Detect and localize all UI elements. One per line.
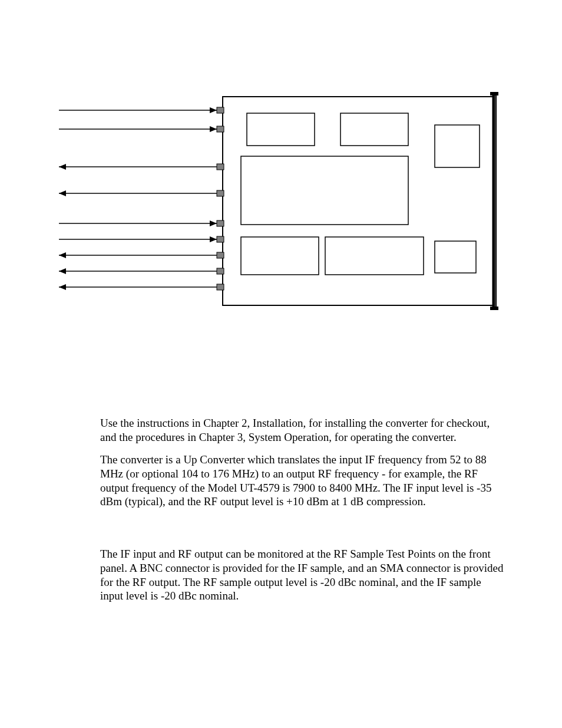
svg-marker-7 [210, 107, 217, 113]
svg-rect-3 [490, 92, 498, 95]
svg-marker-13 [59, 164, 66, 170]
svg-marker-28 [59, 268, 66, 274]
svg-marker-19 [210, 220, 217, 226]
svg-rect-37 [325, 237, 424, 275]
svg-rect-38 [435, 241, 476, 273]
svg-rect-17 [217, 220, 224, 226]
svg-rect-35 [241, 156, 408, 225]
block-diagram [59, 88, 507, 324]
svg-rect-14 [217, 190, 224, 196]
svg-rect-33 [340, 113, 408, 146]
svg-rect-23 [217, 252, 224, 258]
svg-rect-32 [247, 113, 315, 146]
svg-rect-0 [223, 97, 494, 305]
paragraph-converter: The converter is a Up Converter which tr… [100, 453, 507, 509]
svg-rect-11 [217, 164, 224, 170]
svg-marker-31 [59, 284, 66, 290]
svg-rect-4 [490, 307, 498, 310]
svg-marker-25 [59, 252, 66, 258]
svg-rect-36 [241, 237, 319, 275]
svg-rect-20 [217, 236, 224, 242]
svg-marker-10 [210, 126, 217, 132]
paragraph-monitoring: The IF input and RF output can be monito… [100, 547, 507, 603]
svg-marker-22 [210, 236, 217, 242]
svg-rect-26 [217, 268, 224, 274]
svg-rect-5 [217, 107, 224, 113]
svg-rect-29 [217, 284, 224, 290]
svg-marker-16 [59, 190, 66, 196]
svg-rect-34 [435, 125, 480, 167]
paragraph-install: Use the instructions in Chapter 2, Insta… [100, 416, 507, 444]
svg-rect-8 [217, 126, 224, 132]
